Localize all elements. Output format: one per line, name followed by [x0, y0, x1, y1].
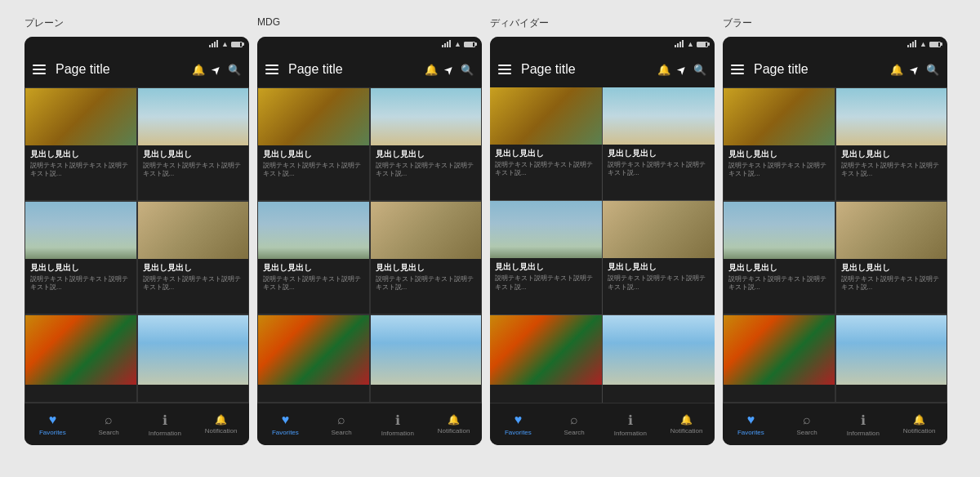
battery-icon-mdg	[464, 42, 475, 47]
search-icon[interactable]: 🔍	[228, 64, 241, 76]
menu-icon-divider[interactable]	[498, 65, 511, 74]
nav-info[interactable]: ℹ Information	[137, 412, 194, 437]
mdg-card-5[interactable]	[257, 314, 370, 403]
div-card-3[interactable]: 見出し見出し 説明テキスト説明テキスト説明テキスト説...	[490, 201, 602, 314]
div-card-2[interactable]: 見出し見出し 説明テキスト説明テキスト説明テキスト説...	[603, 87, 715, 200]
blur-card-3[interactable]: 見出し見出し 説明テキスト説明テキスト説明テキスト説...	[723, 201, 835, 314]
mdg-card-text-4: 見出し見出し 説明テキスト説明テキスト説明テキスト説...	[371, 259, 482, 296]
content-divider: 見出し見出し 説明テキスト説明テキスト説明テキスト説... 見出し見出し 説明テ…	[490, 87, 715, 403]
mdg-card-text-1: 見出し見出し 説明テキスト説明テキスト説明テキスト説...	[258, 145, 369, 183]
label-plain: プレーン	[24, 16, 257, 30]
phone-plain: ▲ Page title 🔔 ➤ 🔍 見出し見出し 説明テキスト説明テキスト説明…	[24, 37, 249, 445]
mdg-card-3[interactable]: 見出し見出し 説明テキスト説明テキスト説明テキスト説...	[257, 201, 370, 314]
bell-icon-mdg[interactable]: 🔔	[425, 64, 438, 76]
blur-card-desc-2: 説明テキスト説明テキスト説明テキスト説...	[841, 162, 942, 179]
menu-icon-blur[interactable]	[731, 65, 744, 74]
menu-icon-mdg[interactable]	[265, 65, 278, 74]
blur-nav-favorites[interactable]: ♥ Favorites	[723, 412, 779, 436]
div-card-1[interactable]: 見出し見出し 説明テキスト説明テキスト説明テキスト説...	[490, 87, 602, 200]
app-title-blur: Page title	[754, 62, 884, 77]
div-nav-info[interactable]: ℹ Information	[603, 412, 659, 437]
nav-favorites[interactable]: ♥ Favorites	[24, 412, 81, 436]
blur-card-2[interactable]: 見出し見出し 説明テキスト説明テキスト説明テキスト説...	[835, 87, 948, 201]
mdg-nav-favorites[interactable]: ♥ Favorites	[257, 412, 314, 436]
label-mdg: MDG	[257, 16, 490, 30]
div-nav-notification[interactable]: 🔔 Notification	[658, 414, 715, 435]
nav-search[interactable]: ⌕ Search	[81, 412, 137, 436]
div-card-text-1: 見出し見出し 説明テキスト説明テキスト説明テキスト説...	[490, 145, 602, 182]
blur-search-label: Search	[796, 429, 817, 436]
blur-card-4[interactable]: 見出し見出し 説明テキスト説明テキスト説明テキスト説...	[835, 201, 948, 314]
mdg-nav-search[interactable]: ⌕ Search	[314, 412, 370, 436]
mdg-card-text-3: 見出し見出し 説明テキスト説明テキスト説明テキスト説...	[258, 259, 369, 296]
div-card-image-5	[490, 315, 602, 385]
mdg-notification-icon: 🔔	[448, 414, 460, 426]
div-card-4[interactable]: 見出し見出し 説明テキスト説明テキスト説明テキスト説...	[603, 201, 715, 314]
card-grid-blur: 見出し見出し 説明テキスト説明テキスト説明テキスト説... 見出し見出し 説明テ…	[723, 87, 947, 403]
blur-search-nav-icon: ⌕	[803, 412, 811, 427]
mdg-info-icon: ℹ	[395, 412, 400, 428]
blur-card-title-3: 見出し見出し	[728, 262, 830, 274]
mdg-card-image-6	[371, 315, 482, 385]
mdg-card-2[interactable]: 見出し見出し 説明テキスト説明テキスト説明テキスト説...	[370, 87, 483, 201]
bottom-nav-plain: ♥ Favorites ⌕ Search ℹ Information 🔔 Not…	[24, 403, 249, 445]
mdg-card-title-3: 見出し見出し	[263, 262, 364, 274]
card-5[interactable]	[24, 314, 137, 403]
search-icon-mdg[interactable]: 🔍	[461, 64, 474, 76]
card-2[interactable]: 見出し見出し 説明テキスト説明テキスト説明テキスト説...	[137, 87, 250, 201]
mdg-nav-info[interactable]: ℹ Information	[370, 412, 426, 437]
div-card-6[interactable]	[603, 315, 715, 403]
mdg-card-4[interactable]: 見出し見出し 説明テキスト説明テキスト説明テキスト説...	[370, 201, 483, 314]
div-nav-favorites[interactable]: ♥ Favorites	[490, 412, 546, 436]
app-title-mdg: Page title	[288, 62, 418, 77]
share-icon-blur[interactable]: ➤	[906, 61, 923, 78]
card-6[interactable]	[137, 314, 250, 403]
blur-card-image-3	[724, 202, 835, 259]
mdg-card-1[interactable]: 見出し見出し 説明テキスト説明テキスト説明テキスト説...	[257, 87, 370, 201]
div-card-title-1: 見出し見出し	[495, 148, 597, 159]
search-icon-blur[interactable]: 🔍	[926, 64, 939, 76]
wifi-icon-mdg: ▲	[454, 40, 461, 48]
blur-card-text-3: 見出し見出し 説明テキスト説明テキスト説明テキスト説...	[724, 259, 835, 296]
card-desc-1: 説明テキスト説明テキスト説明テキスト説...	[30, 162, 131, 179]
phone-blur: ▲ Page title 🔔 ➤ 🔍 見出し見出し 説明テキスト説明テキスト説明…	[723, 37, 947, 445]
card-4[interactable]: 見出し見出し 説明テキスト説明テキスト説明テキスト説...	[137, 201, 250, 314]
bell-icon[interactable]: 🔔	[192, 64, 205, 76]
nav-notification[interactable]: 🔔 Notification	[193, 414, 249, 435]
card-title-4: 見出し見出し	[143, 262, 244, 274]
notification-icon: 🔔	[215, 414, 227, 426]
share-icon-divider[interactable]: ➤	[674, 61, 690, 78]
div-nav-search[interactable]: ⌕ Search	[546, 412, 603, 436]
card-desc-4: 説明テキスト説明テキスト説明テキスト説...	[143, 275, 244, 292]
blur-favorites-icon: ♥	[747, 412, 755, 427]
bell-icon-blur[interactable]: 🔔	[890, 64, 903, 76]
mdg-favorites-icon: ♥	[282, 412, 290, 427]
card-image-4	[138, 202, 249, 259]
card-3[interactable]: 見出し見出し 説明テキスト説明テキスト説明テキスト説...	[24, 201, 137, 314]
blur-nav-info[interactable]: ℹ Information	[835, 412, 892, 437]
share-icon[interactable]: ➤	[208, 61, 225, 78]
blur-nav-search[interactable]: ⌕ Search	[779, 412, 835, 436]
div-card-5[interactable]	[490, 315, 602, 403]
bell-icon-divider[interactable]: 🔔	[657, 64, 670, 76]
content-blur: 見出し見出し 説明テキスト説明テキスト説明テキスト説... 見出し見出し 説明テ…	[723, 87, 947, 403]
share-icon-mdg[interactable]: ➤	[441, 61, 457, 78]
mdg-card-image-5	[258, 315, 369, 385]
app-title-plain: Page title	[56, 62, 185, 77]
card-grid-divider: 見出し見出し 説明テキスト説明テキスト説明テキスト説... 見出し見出し 説明テ…	[490, 87, 715, 403]
mdg-nav-notification[interactable]: 🔔 Notification	[425, 414, 482, 435]
blur-card-5[interactable]	[723, 314, 835, 403]
blur-card-1[interactable]: 見出し見出し 説明テキスト説明テキスト説明テキスト説...	[723, 87, 835, 201]
blur-card-6[interactable]	[835, 314, 948, 403]
card-1[interactable]: 見出し見出し 説明テキスト説明テキスト説明テキスト説...	[24, 87, 137, 201]
mdg-card-6[interactable]	[370, 314, 483, 403]
div-card-image-1	[490, 87, 602, 145]
blur-card-image-4	[836, 202, 947, 259]
favorites-label: Favorites	[39, 429, 66, 436]
card-text-2: 見出し見出し 説明テキスト説明テキスト説明テキスト説...	[138, 145, 249, 183]
search-icon-divider[interactable]: 🔍	[693, 64, 706, 76]
label-divider: ディバイダー	[490, 16, 723, 30]
menu-icon[interactable]	[33, 65, 46, 74]
blur-card-image-1	[724, 88, 835, 145]
blur-nav-notification[interactable]: 🔔 Notification	[891, 414, 947, 435]
